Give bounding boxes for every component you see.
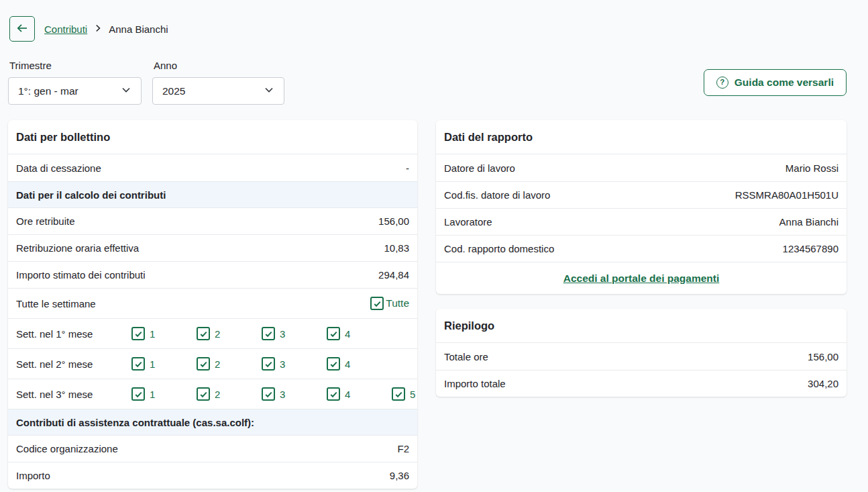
row-value: Anna Bianchi xyxy=(779,216,838,228)
row-label: Datore di lavoro xyxy=(444,162,515,174)
table-row-importo-totale: Importo totale 304,20 xyxy=(436,370,847,397)
filters-bar: Trimestre 1°: gen - mar Anno 2025 ? Guid… xyxy=(0,42,868,105)
row-value: RSSMRA80A01H501U xyxy=(735,189,838,201)
week-cell: 1 xyxy=(131,357,197,371)
checkbox-label: 2 xyxy=(215,328,220,340)
checkbox-label: 1 xyxy=(150,358,155,370)
anno-select[interactable]: 2025 xyxy=(152,77,284,105)
check-icon xyxy=(373,299,382,308)
week-cell: 4 xyxy=(327,357,392,371)
checkbox-mese2-sett2[interactable] xyxy=(197,357,210,371)
week-cell: 5 xyxy=(392,387,417,401)
checkbox-label: 3 xyxy=(280,328,285,340)
table-row-lavoratore: Lavoratore Anna Bianchi xyxy=(436,208,847,235)
breadcrumb-link-contributi[interactable]: Contributi xyxy=(44,23,87,35)
checkbox-mese1-sett3[interactable] xyxy=(262,327,275,340)
row-label: Sett. nel 3° mese xyxy=(16,389,131,400)
check-icon xyxy=(329,360,338,368)
trimestre-select[interactable]: 1°: gen - mar xyxy=(8,77,142,105)
check-icon xyxy=(134,360,143,368)
checkbox-mese1-sett4[interactable] xyxy=(327,327,340,340)
check-icon xyxy=(134,330,143,338)
row-label: Cod. rapporto domestico xyxy=(444,243,554,254)
checkbox-label: 3 xyxy=(280,358,285,370)
row-value: 156,00 xyxy=(378,215,409,227)
section-header-calcolo-contributi: Dati per il calcolo dei contributi xyxy=(8,181,417,207)
row-label: Sett. nel 1° mese xyxy=(16,328,131,340)
row-value: Mario Rossi xyxy=(785,162,838,174)
checkbox-mese3-sett4[interactable] xyxy=(327,387,340,401)
checkbox-tutte[interactable] xyxy=(370,297,384,310)
arrow-left-icon xyxy=(15,21,29,37)
card-riepilogo: Riepilogo Totale ore 156,00 Importo tota… xyxy=(436,309,847,397)
checkbox-mese2-sett3[interactable] xyxy=(262,357,275,371)
checkbox-mese2-sett4[interactable] xyxy=(327,357,340,371)
checkbox-label: 4 xyxy=(345,389,350,400)
checkbox-label: 3 xyxy=(280,389,285,400)
week-cell: 2 xyxy=(197,327,262,340)
chevron-right-icon xyxy=(93,23,103,35)
card-title: Dati del rapporto xyxy=(436,120,847,154)
week-cell: 1 xyxy=(131,387,197,401)
table-row-data-cessazione: Data di cessazione - xyxy=(8,154,417,181)
checkbox-mese3-sett1[interactable] xyxy=(131,387,145,401)
checkbox-mese3-sett2[interactable] xyxy=(197,387,210,401)
right-column: Dati del rapporto Datore di lavoro Mario… xyxy=(436,120,847,397)
table-row-codice-organizzazione: Codice organizzazione F2 xyxy=(8,435,417,462)
row-value: 294,84 xyxy=(378,269,409,281)
check-icon xyxy=(199,390,208,399)
checkbox-mese1-sett1[interactable] xyxy=(131,327,145,340)
main-content: Dati per bollettino Data di cessazione -… xyxy=(0,105,868,489)
table-row-codfis: Cod.fis. datore di lavoro RSSMRA80A01H50… xyxy=(436,181,847,208)
anno-field: Anno 2025 xyxy=(152,60,284,105)
row-value: 156,00 xyxy=(808,351,838,362)
check-icon xyxy=(264,330,273,338)
row-value: 10,83 xyxy=(384,242,409,254)
question-circle-icon: ? xyxy=(716,77,728,89)
checkbox-mese3-sett5[interactable] xyxy=(392,387,405,401)
guida-come-versarli-button[interactable]: ? Guida come versarli xyxy=(704,69,847,96)
trimestre-field: Trimestre 1°: gen - mar xyxy=(8,60,142,105)
checkbox-mese3-sett3[interactable] xyxy=(262,387,275,401)
row-value: 9,36 xyxy=(390,470,409,481)
week-cell: 3 xyxy=(262,327,327,340)
row-value: 1234567890 xyxy=(783,243,838,254)
table-row-ore-retribuite: Ore retribuite 156,00 xyxy=(8,207,417,234)
row-label: Cod.fis. datore di lavoro xyxy=(444,189,550,201)
check-icon xyxy=(199,330,208,338)
trimestre-label: Trimestre xyxy=(8,60,142,71)
payments-link-row: Accedi al portale dei pagamenti xyxy=(436,262,847,294)
table-row-importo-stimato: Importo stimato dei contributi 294,84 xyxy=(8,261,417,288)
tutte-checkbox-group: Tutte xyxy=(370,297,409,310)
row-label: Importo stimato dei contributi xyxy=(16,269,146,281)
section-label: Contributi di assistenza contrattuale (c… xyxy=(16,417,254,428)
check-icon xyxy=(329,390,338,399)
table-row-sett-mese-2: Sett. nel 2° mese 1 2 3 4 xyxy=(8,348,417,379)
table-row-cod-rapporto: Cod. rapporto domestico 1234567890 xyxy=(436,235,847,262)
check-icon xyxy=(264,360,273,368)
top-bar: Contributi Anna Bianchi xyxy=(0,0,868,42)
row-value: F2 xyxy=(397,443,409,454)
check-icon xyxy=(394,390,403,399)
card-title: Dati per bollettino xyxy=(8,120,417,154)
row-label: Retribuzione oraria effettiva xyxy=(16,242,139,254)
table-row-tutte-le-settimane: Tutte le settimane Tutte xyxy=(8,288,417,318)
row-label: Codice organizzazione xyxy=(16,443,118,454)
week-cell: 3 xyxy=(262,357,327,371)
anno-select-value: 2025 xyxy=(162,85,185,97)
check-icon xyxy=(134,390,143,399)
checkbox-label: 1 xyxy=(150,328,155,340)
checkbox-label: 5 xyxy=(410,389,415,400)
back-button[interactable] xyxy=(9,16,35,42)
table-row-datore: Datore di lavoro Mario Rossi xyxy=(436,154,847,181)
checkbox-label: Tutte xyxy=(386,297,409,309)
checkbox-mese1-sett2[interactable] xyxy=(197,327,210,340)
row-label: Totale ore xyxy=(444,351,488,362)
row-label: Ore retribuite xyxy=(16,215,75,227)
checkbox-mese2-sett1[interactable] xyxy=(131,357,145,371)
table-row-retribuzione-oraria: Retribuzione oraria effettiva 10,83 xyxy=(8,234,417,261)
portale-pagamenti-link[interactable]: Accedi al portale dei pagamenti xyxy=(563,273,720,285)
checkbox-label: 4 xyxy=(345,358,350,370)
anno-label: Anno xyxy=(152,60,284,71)
check-icon xyxy=(264,390,273,399)
